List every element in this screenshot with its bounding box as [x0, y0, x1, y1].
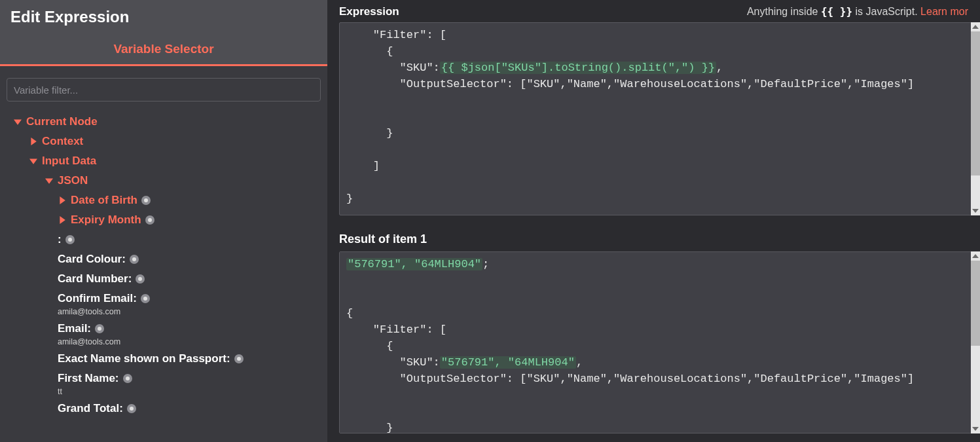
modal-title: Edit Expression [10, 8, 317, 26]
value-dot-icon [145, 215, 154, 225]
code-line: , [716, 62, 723, 74]
tree-node-colon[interactable]: : [7, 230, 312, 249]
tree-label: Exact Name shown on Passport: [58, 352, 230, 365]
tab-bar: Variable Selector [0, 33, 327, 66]
tree-node-email[interactable]: Email: [7, 319, 312, 339]
value-dot-icon [127, 404, 136, 413]
chevron-down-icon [29, 157, 38, 166]
result-highlight: "576791", "64MLH904" [346, 258, 482, 270]
tree-node-passport-name[interactable]: Exact Name shown on Passport: [7, 349, 312, 369]
value-dot-icon [65, 235, 75, 244]
expression-editor-wrap: "Filter": [ { "SKU":{{ $json["SKUs"].toS… [339, 22, 980, 215]
chevron-down-icon [13, 117, 22, 126]
value-dot-icon [130, 255, 139, 264]
tree-node-current-node[interactable]: Current Node [7, 112, 312, 132]
code-line: { [346, 45, 393, 58]
variable-tree: Current Node Context Input Data JSON [0, 107, 327, 442]
hint-braces: {{ }} [821, 5, 852, 18]
code-line: "SKU": [346, 62, 440, 74]
variable-tree-scroll[interactable]: Current Node Context Input Data JSON [7, 112, 327, 437]
tree-node-grand-total[interactable]: Grand Total: [7, 399, 312, 418]
code-line: ; [482, 258, 489, 270]
chevron-right-icon [58, 215, 67, 225]
tree-node-first-name[interactable]: First Name: [7, 369, 312, 388]
tree-node-date-of-birth[interactable]: Date of Birth [7, 191, 312, 210]
scroll-thumb[interactable] [971, 261, 980, 346]
tree-label: Date of Birth [71, 194, 137, 207]
code-line: "OutputSelector": ["SKU","Name","Warehou… [346, 373, 914, 385]
filter-wrap [0, 66, 327, 107]
expression-scrollbar[interactable] [971, 22, 980, 215]
chevron-down-icon [45, 176, 54, 185]
expression-highlight: {{ $json["SKUs"].toString().split(",") }… [440, 62, 716, 74]
code-line: "Filter": [ [346, 323, 446, 336]
chevron-right-icon [58, 196, 67, 205]
tree-node-json[interactable]: JSON [7, 171, 312, 191]
result-title: Result of item 1 [327, 215, 980, 251]
chevron-right-icon [29, 137, 38, 146]
result-viewer[interactable]: "576791", "64MLH904"; { "Filter": [ { "S… [339, 251, 980, 433]
tree-label: Context [42, 135, 83, 148]
hint-text-suffix: is JavaScript. [852, 6, 920, 17]
result-highlight: "576791", "64MLH904" [440, 356, 576, 369]
tree-node-expiry-month[interactable]: Expiry Month [7, 210, 312, 230]
code-line: "OutputSelector": ["SKU","Name","Warehou… [346, 78, 914, 90]
scroll-down-icon[interactable] [971, 424, 980, 433]
value-dot-icon [141, 294, 150, 303]
tree-label: Input Data [42, 155, 96, 168]
expression-panel: Expression Anything inside {{ }} is Java… [327, 0, 980, 442]
hint-text-prefix: Anything inside [747, 6, 821, 17]
tree-value-confirm-email: amila@tools.com [7, 307, 312, 316]
scroll-thumb[interactable] [971, 31, 980, 175]
tree-value-email: amila@tools.com [7, 337, 312, 346]
tree-node-card-colour[interactable]: Card Colour: [7, 249, 312, 269]
tree-label: First Name: [58, 372, 119, 385]
expression-title: Expression [339, 5, 399, 18]
result-viewer-wrap: "576791", "64MLH904"; { "Filter": [ { "S… [339, 251, 980, 433]
left-header: Edit Expression [0, 0, 327, 33]
tree-node-input-data[interactable]: Input Data [7, 151, 312, 171]
value-dot-icon [95, 324, 104, 333]
code-line: ] [346, 160, 380, 172]
scroll-up-icon[interactable] [971, 251, 980, 261]
code-line: } [346, 193, 353, 205]
code-line: "Filter": [ [346, 29, 446, 41]
value-dot-icon [141, 196, 151, 205]
tree-label: JSON [58, 174, 88, 187]
tree-label: Grand Total: [58, 402, 123, 415]
code-line: } [346, 422, 393, 433]
value-dot-icon [234, 354, 244, 363]
tree-label: Current Node [26, 115, 98, 128]
value-dot-icon [136, 274, 145, 284]
tab-variable-selector[interactable]: Variable Selector [113, 42, 213, 56]
code-line: { [346, 307, 353, 320]
tree-label: Card Colour: [58, 253, 126, 266]
tree-node-confirm-email[interactable]: Confirm Email: [7, 289, 312, 308]
tree-label: Confirm Email: [58, 292, 137, 305]
code-line: { [346, 340, 393, 352]
scroll-down-icon[interactable] [971, 206, 980, 215]
code-line: "SKU": [346, 356, 440, 369]
expression-header: Expression Anything inside {{ }} is Java… [327, 0, 980, 22]
tree-node-context[interactable]: Context [7, 132, 312, 151]
value-dot-icon [123, 374, 132, 383]
code-line: } [346, 127, 393, 139]
scroll-up-icon[interactable] [971, 22, 980, 31]
tree-label: Email: [58, 322, 91, 335]
code-line: , [576, 356, 583, 369]
expression-editor[interactable]: "Filter": [ { "SKU":{{ $json["SKUs"].toS… [339, 22, 980, 215]
tree-label: Expiry Month [71, 213, 141, 227]
tree-label: : [58, 233, 62, 246]
variable-selector-panel: Edit Expression Variable Selector Curren… [0, 0, 327, 442]
learn-more-link[interactable]: Learn mor [920, 6, 968, 17]
variable-filter-input[interactable] [7, 78, 321, 101]
tree-node-card-number[interactable]: Card Number: [7, 269, 312, 289]
tree-value-first-name: tt [7, 387, 312, 396]
result-scrollbar[interactable] [971, 251, 980, 433]
expression-hint: Anything inside {{ }} is JavaScript. Lea… [747, 5, 968, 18]
tree-label: Card Number: [58, 272, 132, 285]
